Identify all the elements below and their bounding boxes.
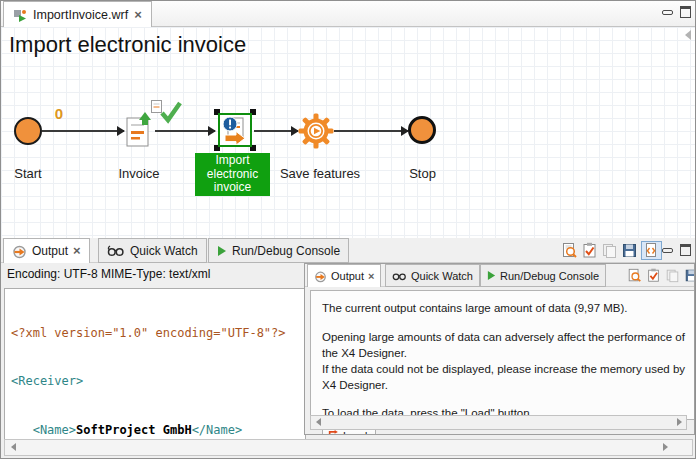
minimize-icon[interactable] bbox=[662, 10, 673, 15]
x4-designer-window: ImportInvoice.wrf × Import electronic in… bbox=[0, 0, 696, 459]
import-node-icon bbox=[218, 113, 252, 147]
close-tab-icon[interactable]: × bbox=[134, 10, 142, 20]
tab-run-debug-label: Run/Debug Console bbox=[232, 244, 340, 258]
edge-import-save[interactable] bbox=[254, 130, 298, 132]
tab-output-label: Output bbox=[32, 244, 68, 258]
invoice-node[interactable] bbox=[124, 111, 154, 149]
dialog-toolbar bbox=[626, 267, 695, 284]
load-refresh-icon bbox=[328, 430, 339, 435]
output-dialog-panel: Output × Quick Watch Run/Debug Console bbox=[304, 263, 695, 435]
close-tab-icon[interactable]: × bbox=[73, 246, 81, 256]
xml-source-view-icon[interactable] bbox=[641, 241, 662, 260]
copy-icon[interactable] bbox=[601, 242, 618, 259]
save-output-icon[interactable] bbox=[683, 267, 695, 284]
stop-node[interactable] bbox=[408, 116, 436, 144]
maximize-icon[interactable] bbox=[680, 244, 691, 256]
scroll-left-icon[interactable] bbox=[11, 443, 16, 451]
tab-quick-watch-label: Quick Watch bbox=[130, 244, 198, 258]
scroll-right-icon[interactable] bbox=[663, 443, 668, 451]
message-line: The current output contains large amount… bbox=[322, 300, 695, 316]
save-features-node-label: Save features bbox=[277, 166, 363, 181]
import-node-label[interactable]: Importelectronicinvoice bbox=[195, 153, 270, 196]
dialog-horizontal-scrollbar[interactable] bbox=[310, 415, 687, 430]
tab-output-label: Output bbox=[331, 270, 364, 282]
scroll-right-icon[interactable] bbox=[677, 418, 682, 426]
editor-view-controls bbox=[662, 6, 691, 18]
tab-importinvoice-wrf[interactable]: ImportInvoice.wrf × bbox=[3, 1, 152, 27]
encoding-status: Encoding: UTF-8 MIME-Type: text/xml bbox=[7, 267, 210, 281]
workflow-title: Import electronic invoice bbox=[9, 32, 246, 58]
run-icon bbox=[487, 270, 496, 281]
editor-tab-title: ImportInvoice.wrf bbox=[33, 8, 128, 22]
success-check-icon bbox=[158, 99, 184, 125]
minimize-icon[interactable] bbox=[662, 248, 673, 253]
validate-output-icon[interactable] bbox=[581, 242, 598, 259]
tab-output[interactable]: Output × bbox=[3, 238, 90, 263]
start-node-label: Start bbox=[1, 166, 56, 181]
tab-run-debug-console[interactable]: Run/Debug Console bbox=[480, 264, 606, 287]
edge-start-invoice[interactable] bbox=[42, 130, 124, 132]
edge-invoice-import[interactable] bbox=[155, 130, 215, 132]
tab-run-debug-console[interactable]: Run/Debug Console bbox=[208, 238, 349, 263]
workflow-canvas[interactable]: Import electronic invoice 0 bbox=[1, 27, 695, 238]
invoice-node-label: Invoice bbox=[111, 166, 167, 181]
tab-quick-watch-label: Quick Watch bbox=[411, 270, 473, 282]
maximize-icon[interactable] bbox=[680, 6, 691, 18]
xml-line: <?xml version="1.0" encoding="UTF-8"?> bbox=[11, 325, 305, 341]
workflow-file-icon bbox=[13, 8, 27, 22]
output-view-tabbar: Output × Quick Watch Run/Debug Console bbox=[1, 238, 695, 263]
copy-icon[interactable] bbox=[664, 267, 681, 284]
close-tab-icon[interactable]: × bbox=[368, 271, 374, 281]
load-button-label: Load bbox=[343, 430, 367, 435]
tab-run-debug-label: Run/Debug Console bbox=[500, 270, 599, 282]
message-line: Opening large amounts of data can advers… bbox=[322, 329, 695, 361]
glasses-icon bbox=[392, 270, 407, 281]
horizontal-scrollbar[interactable] bbox=[4, 439, 693, 456]
search-output-icon[interactable] bbox=[626, 267, 643, 284]
stop-node-label: Stop bbox=[395, 166, 450, 181]
output-icon bbox=[12, 244, 27, 259]
scroll-left-icon[interactable] bbox=[316, 418, 321, 426]
tab-quick-watch[interactable]: Quick Watch bbox=[385, 264, 480, 287]
save-features-node[interactable] bbox=[298, 113, 334, 149]
save-output-icon[interactable] bbox=[621, 242, 638, 259]
import-electronic-invoice-node[interactable] bbox=[216, 111, 254, 149]
run-icon bbox=[217, 245, 227, 257]
validate-output-icon[interactable] bbox=[645, 267, 662, 284]
xml-line: <Receiver> bbox=[11, 373, 305, 389]
message-line: If the data could not be displayed, plea… bbox=[322, 361, 695, 393]
xml-output-viewer[interactable]: <?xml version="1.0" encoding="UTF-8"?> <… bbox=[4, 288, 306, 441]
output-toolbar bbox=[561, 241, 662, 260]
edge-count-label: 0 bbox=[47, 105, 71, 122]
dialog-tabbar: Output × Quick Watch Run/Debug Console bbox=[305, 264, 694, 287]
tab-output[interactable]: Output × bbox=[307, 264, 381, 287]
editor-tabbar: ImportInvoice.wrf × bbox=[1, 1, 695, 27]
output-view-controls bbox=[662, 244, 691, 256]
large-output-message: The current output contains large amount… bbox=[310, 290, 695, 420]
collapse-panel-icon[interactable] bbox=[685, 30, 691, 40]
output-icon bbox=[314, 270, 327, 283]
search-output-icon[interactable] bbox=[561, 242, 578, 259]
glasses-icon bbox=[107, 244, 125, 257]
xml-line: <Name>SoftProject GmbH</Name> bbox=[11, 422, 305, 438]
edge-save-stop[interactable] bbox=[334, 130, 408, 132]
tab-quick-watch[interactable]: Quick Watch bbox=[98, 238, 207, 263]
start-node[interactable] bbox=[14, 117, 42, 145]
